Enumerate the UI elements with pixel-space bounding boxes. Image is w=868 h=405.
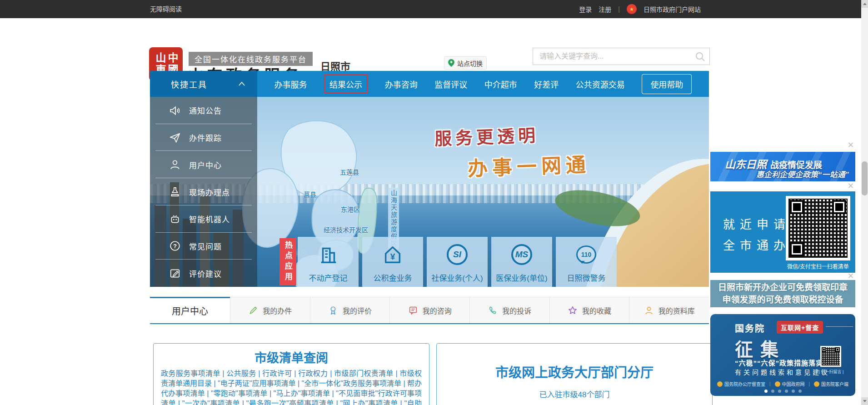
menu-item-label: 评价建议 <box>189 268 222 279</box>
accessibility-link[interactable]: 无障碍阅读 <box>150 0 182 18</box>
nav-item-zhongjie-chaoshi[interactable]: 中介超市 <box>484 78 517 90</box>
search-icon[interactable] <box>695 51 706 62</box>
quick-tools-label: 快捷工具 <box>171 78 207 90</box>
scrollbar-thumb[interactable] <box>862 161 868 195</box>
city-list-title[interactable]: 市级清单查阅 <box>161 348 422 366</box>
footer-separator: | <box>809 381 810 386</box>
floater-banner-citywide[interactable]: 就近申请 全市通办 微信/支付宝扫一扫看清单 <box>710 191 855 273</box>
menu-item-notices[interactable]: 通知公告 <box>150 97 257 124</box>
tab-label: 我的评价 <box>343 305 372 316</box>
hero-banner: 五莲县 莒县 东港区 经济技术开发区 岚山区 山海天旅游度假区 服务更透明 办事… <box>150 97 709 287</box>
scroll-down-arrow[interactable] <box>861 397 868 405</box>
tab-my-complaints[interactable]: 我的投诉 <box>469 297 549 323</box>
person-icon <box>644 305 654 315</box>
si-circle-icon: SI <box>447 237 468 272</box>
quick-tools-menu: 通知公告 办件跟踪 用户中心 <box>150 97 257 287</box>
tab-label: 我的资料库 <box>658 305 695 316</box>
nav-item-banshi-zixun[interactable]: 办事咨询 <box>385 78 418 90</box>
floater-banner-new-business[interactable]: 日照市新开办企业可免费领取印章 申领发票的可免费领取税控设备 <box>710 280 855 307</box>
topbar-separator: | <box>618 5 620 13</box>
house-yuan-icon: ¥ <box>382 237 404 272</box>
tab-label: 我的咨询 <box>423 305 452 316</box>
svg-text:?: ? <box>173 243 177 250</box>
tile-label: 医保业务(单位) <box>496 272 547 283</box>
chevron-up-icon <box>238 81 245 86</box>
menu-item-faq[interactable]: ? 常见问题 <box>150 233 257 260</box>
site-switch-button[interactable]: 站点切换 <box>444 56 487 70</box>
site-switch-label: 站点切换 <box>457 59 483 68</box>
map-label-donggang: 东港区 <box>341 205 360 214</box>
tab-my-ratings[interactable]: 我的评价 <box>310 297 390 323</box>
tile-label: 社保业务(个人) <box>431 272 483 283</box>
floater-banner-policy[interactable]: 山东日照 战疫情促发展 惠企利企便企政策“一站通” <box>710 152 855 181</box>
floater4-footer: 国务院办公厅督查室 | 中国政府网 | 国务院客户端 <box>710 380 855 387</box>
tab-my-inquiries[interactable]: 我的咨询 <box>389 297 469 323</box>
nav-item-jieguo-gongshi[interactable]: 结果公示 <box>324 75 368 94</box>
close-icon[interactable]: × <box>845 141 856 149</box>
dept-hall-panel: 市级网上政务大厅部门分厅 已入驻市级48个部门 <box>436 343 713 405</box>
edit-icon <box>169 267 181 279</box>
close-icon[interactable]: × <box>845 182 856 190</box>
floater4-org: 国务院 <box>735 321 765 335</box>
scroll-up-arrow[interactable] <box>861 0 868 8</box>
emblem-icon <box>717 381 723 387</box>
tile-medical-insurance[interactable]: MS 医保业务(单位) <box>491 237 552 287</box>
tab-label: 我的办件 <box>263 305 292 316</box>
tab-label: 我的投诉 <box>502 305 531 316</box>
medal-icon <box>328 305 338 315</box>
tab-my-library[interactable]: 我的资料库 <box>629 297 709 323</box>
carousel-dots[interactable] <box>710 390 855 393</box>
portal-link[interactable]: 日照市政府门户网站 <box>644 5 701 14</box>
menu-item-feedback[interactable]: 评价建议 <box>150 260 257 287</box>
footer-item: 国务院办公厅督查室 <box>717 380 765 387</box>
menu-item-onsite[interactable]: 现场办理点 <box>150 178 257 205</box>
close-icon[interactable]: × <box>845 272 856 280</box>
tile-real-estate[interactable]: 不动产登记 <box>298 237 359 287</box>
floater4-line1: “六稳”“六保”政策措施落实 <box>735 358 823 367</box>
chat-doc-icon <box>408 305 418 315</box>
nav-item-gonggong-ziyuan[interactable]: 公共资源交易 <box>576 78 625 90</box>
star-icon <box>568 305 578 315</box>
building-icon <box>318 237 339 272</box>
location-pin-icon <box>448 59 454 67</box>
floater-banner-inspection[interactable]: 国务院 互联网+督查 征集 “六稳”“六保”政策措施落实 有关问题线索和意见建议… <box>710 314 855 396</box>
floater3-line1: 日照市新开办企业可免费领取印章 <box>718 281 848 294</box>
quick-tools-toggle[interactable]: 快捷工具 <box>150 71 257 97</box>
page-scrollbar[interactable] <box>861 0 868 405</box>
nav-item-banshi-fuwu[interactable]: 办事服务 <box>274 78 307 90</box>
nav-item-jiandu-pingyi[interactable]: 监督评议 <box>434 78 467 90</box>
tile-social-insurance[interactable]: SI 社保业务(个人) <box>427 237 488 287</box>
menu-item-robot[interactable]: 智能机器人 <box>150 205 257 233</box>
user-center-tabs: 用户中心 我的办件 我的评价 我的咨询 我的 <box>150 297 709 324</box>
map-label-juxian: 莒县 <box>304 190 316 199</box>
floater4-badge: 互联网+督查 <box>777 321 823 334</box>
menu-item-label: 办件跟踪 <box>189 132 222 143</box>
tile-police[interactable]: 110 日照微警务 <box>556 237 617 287</box>
menu-item-tracking[interactable]: 办件跟踪 <box>150 124 257 151</box>
nav-item-help[interactable]: 使用帮助 <box>642 74 692 94</box>
floater2-line2: 全市通办 <box>723 236 790 253</box>
tab-my-items[interactable]: 我的办件 <box>230 297 310 323</box>
police-110-icon: 110 <box>576 237 596 272</box>
tile-housing-fund[interactable]: ¥ 公积金业务 <box>362 237 423 287</box>
menu-item-label: 常见问题 <box>189 240 222 252</box>
dept-hall-title[interactable]: 市级网上政务大厅部门分厅 <box>437 362 712 381</box>
search-box <box>533 48 710 65</box>
menu-item-user-center[interactable]: 用户中心 <box>150 151 257 178</box>
question-icon: ? <box>169 240 181 252</box>
login-link[interactable]: 登录 <box>579 5 592 14</box>
list-panel-links[interactable]: 政务服务事项清单 | 公共服务 | 行政许可 | 行政权力 | 市级部门权责清单… <box>161 369 422 405</box>
search-input[interactable] <box>533 48 693 65</box>
tab-my-favorites[interactable]: 我的收藏 <box>549 297 629 323</box>
tile-label: 公积金业务 <box>374 272 412 283</box>
hot-apps-tiles: 不动产登记 ¥ 公积金业务 SI 社保业务(个人) MS <box>298 237 617 287</box>
floater4-qr-caption: | 扫一扫留言 | <box>814 369 848 375</box>
register-link[interactable]: 注册 <box>599 5 611 14</box>
nav-items: 办事服务 结果公示 办事咨询 监督评议 中介超市 好差评 公共资源交易 使用帮助 <box>257 71 709 97</box>
tab-user-center[interactable]: 用户中心 <box>150 297 230 323</box>
tab-label: 我的收藏 <box>582 305 611 316</box>
national-emblem-icon: ★ <box>627 4 637 14</box>
paper-plane-icon <box>169 132 181 144</box>
map-label-wulian: 五莲县 <box>340 167 359 176</box>
nav-item-haochaping[interactable]: 好差评 <box>534 78 559 90</box>
